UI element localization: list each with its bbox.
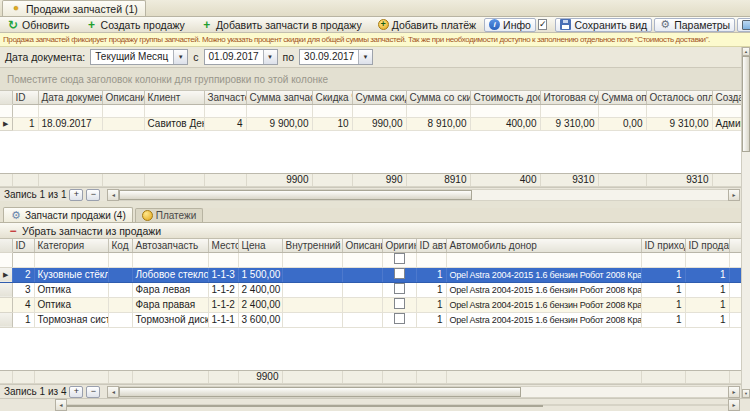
- filter-cell[interactable]: [712, 104, 742, 117]
- original-checkbox[interactable]: [394, 298, 405, 309]
- grid-cell[interactable]: [729, 282, 741, 297]
- filter-cell[interactable]: [540, 104, 598, 117]
- column-header[interactable]: Внутренний код: [282, 239, 342, 252]
- grid-cell[interactable]: [382, 312, 416, 327]
- grid-cell[interactable]: 0,00: [598, 117, 646, 130]
- grid-cell[interactable]: [382, 282, 416, 297]
- column-header[interactable]: ID прихода: [641, 239, 685, 252]
- column-header[interactable]: Автомобиль донор: [446, 239, 641, 252]
- filter-cell[interactable]: [144, 104, 204, 117]
- grid-cell[interactable]: [729, 312, 741, 327]
- scroll-up-button[interactable]: ▲: [742, 47, 750, 56]
- grid-cell[interactable]: 1: [641, 297, 685, 312]
- filter-cell[interactable]: [38, 104, 102, 117]
- grid-cell[interactable]: 1 500,00: [238, 267, 282, 282]
- append-record-button[interactable]: +: [69, 386, 83, 398]
- column-header[interactable]: Оригинал: [382, 239, 416, 252]
- scroll-right-button[interactable]: ►: [728, 399, 740, 411]
- date-to-input[interactable]: 30.09.2017 ▼: [299, 49, 373, 65]
- grid-cell[interactable]: Оптика: [34, 297, 108, 312]
- grid-cell[interactable]: 1: [685, 282, 729, 297]
- save-view-button[interactable]: Сохранить вид: [555, 18, 652, 32]
- date-to-dropdown-icon[interactable]: ▼: [358, 50, 372, 64]
- scroll-down-button[interactable]: ▼: [742, 389, 750, 398]
- grid-cell[interactable]: [342, 282, 382, 297]
- column-header[interactable]: ID: [12, 239, 34, 252]
- grid-cell[interactable]: Фара правая: [132, 297, 208, 312]
- grid-cell[interactable]: 1-1-2: [208, 297, 238, 312]
- column-header[interactable]: ID авто: [416, 239, 446, 252]
- column-header[interactable]: Сумма скидки: [352, 91, 406, 104]
- original-checkbox[interactable]: [394, 313, 405, 324]
- filter-cell[interactable]: [685, 252, 729, 267]
- hscroll-thumb[interactable]: [67, 405, 543, 407]
- filter-cell[interactable]: [108, 252, 132, 267]
- grid-cell[interactable]: 3 600,00: [238, 312, 282, 327]
- grid-cell[interactable]: [108, 267, 132, 282]
- grid-cell[interactable]: 1: [416, 282, 446, 297]
- column-header[interactable]: Сумма оплат: [598, 91, 646, 104]
- grid-cell[interactable]: 2 400,00: [238, 282, 282, 297]
- grid-cell[interactable]: 1: [641, 282, 685, 297]
- column-header[interactable]: Созда: [712, 91, 742, 104]
- info-checkbox[interactable]: ✓: [538, 19, 548, 30]
- delete-record-button[interactable]: −: [86, 189, 100, 201]
- sales-grid-hscrollbar[interactable]: ◄ ►: [107, 189, 740, 201]
- original-checkbox[interactable]: [394, 283, 405, 294]
- grid-cell[interactable]: Лобовое стекло: [132, 267, 208, 282]
- tab-payments[interactable]: Платежи: [135, 208, 204, 222]
- hscroll-thumb[interactable]: [119, 387, 521, 397]
- column-header[interactable]: ID: [12, 91, 38, 104]
- grid-cell[interactable]: 1: [685, 312, 729, 327]
- tab-sale-parts[interactable]: ⚙ Запчасти продажи (4): [3, 207, 133, 222]
- grid-cell[interactable]: 9 310,00: [646, 117, 712, 130]
- grid-cell[interactable]: Савитов Денис: [144, 117, 204, 130]
- grid-cell[interactable]: 990,00: [352, 117, 406, 130]
- grid-cell[interactable]: 400,00: [470, 117, 540, 130]
- grid-cell[interactable]: Кузовные стёкла: [34, 267, 108, 282]
- filter-cell[interactable]: [382, 252, 416, 267]
- grid-row[interactable]: ▶118.09.2017Савитов Денис49 900,0010990,…: [0, 117, 742, 130]
- scroll-left-button[interactable]: ◄: [107, 189, 119, 201]
- grid-row[interactable]: 1Тормозная системаТормозной диск1-1-13 6…: [0, 312, 741, 327]
- filter-cell[interactable]: [102, 104, 144, 117]
- filter-cell[interactable]: [132, 252, 208, 267]
- filter-cell[interactable]: [646, 104, 712, 117]
- grid-cell[interactable]: 2: [12, 267, 34, 282]
- delete-record-button[interactable]: −: [86, 386, 100, 398]
- scroll-left-button[interactable]: ◄: [107, 386, 119, 398]
- grid-cell[interactable]: [282, 312, 342, 327]
- column-header[interactable]: Код: [108, 239, 132, 252]
- grid-cell[interactable]: [729, 297, 741, 312]
- column-header[interactable]: Итоговая сумма: [540, 91, 598, 104]
- grid-cell[interactable]: [282, 282, 342, 297]
- filter-cell[interactable]: [641, 252, 685, 267]
- column-header[interactable]: Запчастей: [204, 91, 246, 104]
- filter-cell[interactable]: [246, 104, 312, 117]
- filter-cell[interactable]: [282, 252, 342, 267]
- grid-cell[interactable]: 9 900,00: [246, 117, 312, 130]
- grid-row[interactable]: 4ОптикаФара правая1-1-22 400,001Opel Ast…: [0, 297, 741, 312]
- scroll-left-button[interactable]: ◄: [55, 399, 67, 411]
- refresh-button[interactable]: ↻ Обновить: [3, 18, 74, 32]
- append-record-button[interactable]: +: [69, 189, 83, 201]
- create-sale-button[interactable]: + Создать продажу: [82, 18, 189, 32]
- column-header[interactable]: ID продажи: [685, 239, 729, 252]
- column-header[interactable]: Категория: [34, 239, 108, 252]
- grid-cell[interactable]: 1: [12, 117, 38, 130]
- grid-cell[interactable]: 18.09.2017: [38, 117, 102, 130]
- info-button[interactable]: i Инфо: [484, 18, 536, 32]
- grid-cell[interactable]: 2 400,00: [238, 297, 282, 312]
- filter-cell[interactable]: [729, 252, 741, 267]
- grid-cell[interactable]: [342, 312, 382, 327]
- filter-cell[interactable]: [342, 252, 382, 267]
- parts-grid-hscrollbar[interactable]: ◄ ►: [107, 386, 740, 398]
- grid-cell[interactable]: Фара левая: [132, 282, 208, 297]
- group-by-panel[interactable]: Поместите сюда заголовок колонки для гру…: [0, 68, 750, 91]
- grid-cell[interactable]: 1-1-1: [208, 312, 238, 327]
- remove-parts-button[interactable]: − Убрать запчасти из продажи: [3, 224, 165, 238]
- column-header[interactable]: Скидка %: [312, 91, 352, 104]
- date-from-dropdown-icon[interactable]: ▼: [263, 50, 277, 64]
- filter-cell[interactable]: [208, 252, 238, 267]
- scroll-right-button[interactable]: ►: [728, 386, 740, 398]
